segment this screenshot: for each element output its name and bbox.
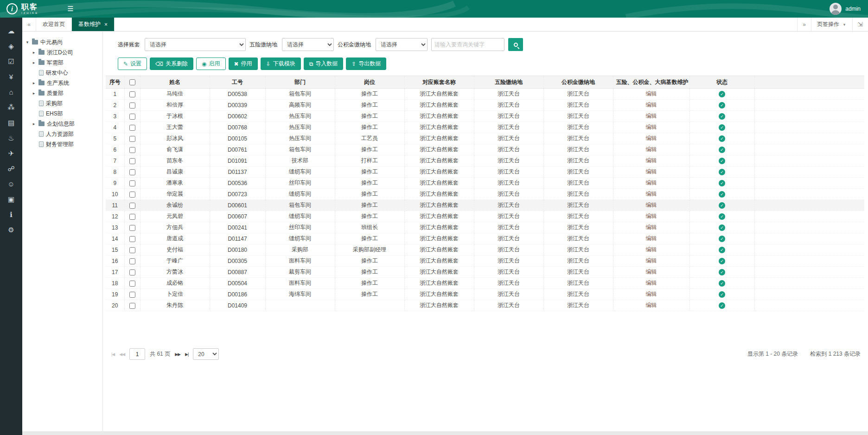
edit-link[interactable]: 编辑 <box>646 269 657 275</box>
tree-item-2[interactable]: ▸军需部 <box>32 58 100 68</box>
sidebar-toggle-icon[interactable]: ☰ <box>67 5 73 13</box>
edit-link[interactable]: 编辑 <box>646 280 657 286</box>
edit-link[interactable]: 编辑 <box>646 157 657 164</box>
export-data-button[interactable]: ⇧导出数据 <box>346 58 386 70</box>
row-checkbox[interactable] <box>129 281 135 287</box>
edit-link[interactable]: 编辑 <box>646 302 657 308</box>
edit-link[interactable]: 编辑 <box>646 102 657 108</box>
row-checkbox[interactable] <box>129 102 135 109</box>
last-page-button[interactable]: ▶| <box>185 352 188 357</box>
row-checkbox[interactable] <box>129 292 135 298</box>
row-checkbox[interactable] <box>129 180 135 186</box>
fund-place-select[interactable]: 请选择 <box>376 38 428 51</box>
tree-item-7[interactable]: EHS部 <box>32 109 100 119</box>
edit-link[interactable]: 编辑 <box>646 135 657 141</box>
edit-link[interactable]: 编辑 <box>646 224 657 230</box>
monitor-icon[interactable]: ▣ <box>0 192 22 207</box>
edit-link[interactable]: 编辑 <box>646 202 657 208</box>
edit-link[interactable]: 编辑 <box>646 213 657 219</box>
edit-link[interactable]: 编辑 <box>646 179 657 186</box>
row-checkbox[interactable] <box>129 258 135 264</box>
page-size-select[interactable]: 20 <box>193 348 219 360</box>
tree-caret-icon[interactable]: ▸ <box>32 81 36 85</box>
bank-icon[interactable]: ⌂ <box>0 84 22 100</box>
cloud-icon[interactable]: ☁ <box>0 23 22 38</box>
row-checkbox[interactable] <box>129 91 135 97</box>
delete-relation-button[interactable]: ⌫关系删除 <box>150 58 193 70</box>
row-checkbox[interactable] <box>129 203 135 209</box>
archive-icon[interactable]: ▤ <box>0 115 22 130</box>
tree-root[interactable]: ▾ 中元易尚 <box>25 37 100 47</box>
tree-caret-icon[interactable]: ▸ <box>32 60 36 65</box>
edit-link[interactable]: 编辑 <box>646 191 657 197</box>
edit-link[interactable]: 编辑 <box>646 90 657 97</box>
row-checkbox[interactable] <box>129 136 135 142</box>
row-checkbox[interactable] <box>129 192 135 198</box>
select-all-checkbox[interactable] <box>129 79 135 85</box>
settings-button[interactable]: ✎设置 <box>118 58 147 70</box>
search-button[interactable] <box>508 38 523 51</box>
tree-item-10[interactable]: 财务管理部 <box>32 139 100 149</box>
tab-2[interactable]: 基数维护× <box>72 18 115 31</box>
tree-item-4[interactable]: ▸生产系统 <box>32 78 100 88</box>
edit-link[interactable]: 编辑 <box>646 168 657 175</box>
user-icon[interactable]: ☺ <box>0 176 22 192</box>
enable-button[interactable]: ◉启用 <box>196 58 225 70</box>
search-input[interactable] <box>431 38 504 51</box>
tab-1[interactable]: 欢迎首页 <box>36 18 72 31</box>
tree-item-5[interactable]: ▸质量部 <box>32 88 100 98</box>
tab-operations-menu[interactable]: 页签操作 ▾ <box>811 18 852 31</box>
row-checkbox[interactable] <box>129 247 135 253</box>
import-data-button[interactable]: ⧉导入数据 <box>304 58 344 70</box>
next-page-button[interactable]: ▶▶ <box>175 352 180 357</box>
tasks-icon[interactable]: ☑ <box>0 54 22 69</box>
info-icon[interactable]: ℹ <box>0 207 22 222</box>
username[interactable]: admin <box>845 6 861 12</box>
tab-close-icon[interactable]: × <box>104 21 108 28</box>
row-checkbox[interactable] <box>129 125 135 131</box>
first-page-button[interactable]: |◀ <box>111 352 115 357</box>
tree-caret-icon[interactable]: ▸ <box>32 122 36 126</box>
prev-page-button[interactable]: ◀◀ <box>119 352 125 357</box>
row-checkbox[interactable] <box>129 269 135 275</box>
tree-caret-icon[interactable]: ▸ <box>32 91 36 96</box>
salary-icon[interactable]: ¥ <box>0 69 22 84</box>
modules-icon[interactable]: ◈ <box>0 38 22 54</box>
download-template-button[interactable]: ⇩下载模块 <box>261 58 301 70</box>
user-avatar[interactable] <box>830 3 842 15</box>
tree-root-caret-icon[interactable]: ▾ <box>25 40 30 45</box>
row-checkbox[interactable] <box>129 236 135 242</box>
row-checkbox[interactable] <box>129 147 135 153</box>
relation-icon[interactable]: ☍ <box>0 161 22 176</box>
row-checkbox[interactable] <box>129 214 135 220</box>
account-set-select[interactable]: 请选择 <box>145 38 246 51</box>
fullscreen-icon[interactable]: ⇲ <box>852 18 868 31</box>
current-page[interactable]: 1 <box>129 348 145 360</box>
tree-caret-icon[interactable]: ▸ <box>32 50 36 55</box>
tree-item-8[interactable]: ▸企划信息部 <box>32 119 100 129</box>
disable-button[interactable]: ✖停用 <box>229 58 258 70</box>
row-checkbox[interactable] <box>129 114 135 120</box>
edit-link[interactable]: 编辑 <box>646 291 657 297</box>
tree-item-3[interactable]: 研发中心 <box>32 68 100 78</box>
send-icon[interactable]: ✈ <box>0 146 22 161</box>
tabs-scroll-left-icon[interactable]: « <box>22 18 36 31</box>
row-checkbox[interactable] <box>129 158 135 164</box>
edit-link[interactable]: 编辑 <box>646 146 657 153</box>
insurance-place-select[interactable]: 请选择 <box>282 38 334 51</box>
lab-icon[interactable]: ♨ <box>0 130 22 146</box>
edit-link[interactable]: 编辑 <box>646 235 657 242</box>
edit-link[interactable]: 编辑 <box>646 246 657 253</box>
row-checkbox[interactable] <box>129 169 135 175</box>
tree-item-1[interactable]: ▸浙江D公司 <box>32 47 100 58</box>
tree-item-6[interactable]: 采购部 <box>32 98 100 109</box>
edit-link[interactable]: 编辑 <box>646 113 657 119</box>
tabs-scroll-right-icon[interactable]: » <box>797 18 811 31</box>
team-icon[interactable]: ⁂ <box>0 100 22 115</box>
edit-link[interactable]: 编辑 <box>646 257 657 264</box>
settings-icon[interactable]: ⚙ <box>0 222 22 237</box>
tree-item-9[interactable]: 人力资源部 <box>32 129 100 139</box>
edit-link[interactable]: 编辑 <box>646 124 657 130</box>
row-checkbox[interactable] <box>129 303 135 309</box>
row-checkbox[interactable] <box>129 225 135 231</box>
